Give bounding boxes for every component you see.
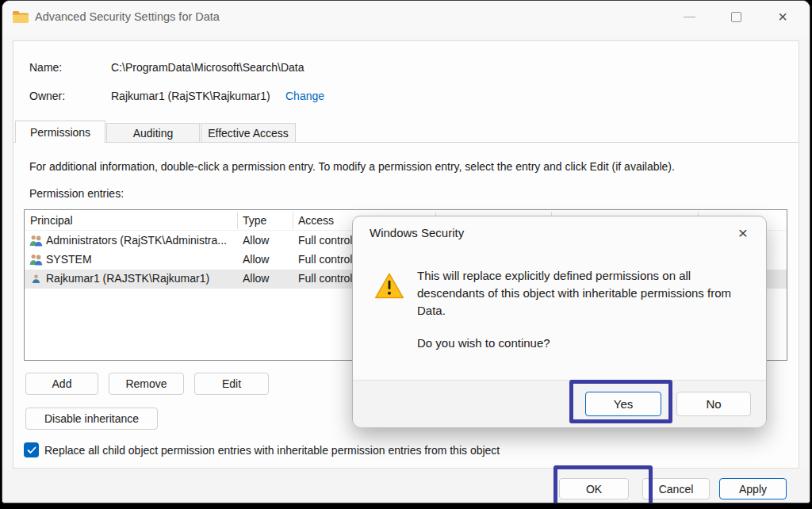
maximize-button[interactable]	[718, 1, 754, 33]
check-icon	[27, 446, 36, 454]
edit-button[interactable]: Edit	[194, 373, 269, 395]
dialog-message: This will replace explicitly defined per…	[417, 267, 742, 320]
access-cell: Full control	[298, 253, 352, 266]
tab-auditing[interactable]: Auditing	[106, 123, 200, 143]
windows-security-dialog: Windows Security × This will replace exp…	[352, 216, 767, 427]
dialog-close-button[interactable]: ×	[731, 221, 755, 245]
type-cell: Allow	[243, 272, 269, 285]
advanced-security-settings-window: Advanced Security Settings for Data × Na…	[2, 0, 810, 503]
users-icon	[29, 235, 43, 247]
owner-label: Owner:	[29, 90, 65, 102]
folder-icon	[12, 10, 29, 24]
window-title: Advanced Security Settings for Data	[35, 10, 220, 23]
cancel-button[interactable]: Cancel	[642, 478, 710, 499]
apply-button[interactable]: Apply	[719, 478, 787, 499]
disable-inheritance-button[interactable]: Disable inheritance	[25, 408, 158, 430]
name-value: C:\ProgramData\Microsoft\Search\Data	[111, 61, 304, 74]
maximize-icon	[731, 12, 741, 22]
close-icon: ×	[738, 224, 748, 243]
permission-entries-label: Permission entries:	[29, 187, 124, 200]
dialog-title: Windows Security	[370, 226, 464, 239]
column-header-access[interactable]: Access	[298, 214, 334, 227]
column-header-principal[interactable]: Principal	[30, 214, 73, 227]
warning-triangle-icon	[374, 272, 404, 300]
remove-button[interactable]: Remove	[109, 373, 184, 395]
column-separator	[293, 212, 293, 229]
access-cell: Full control	[298, 234, 352, 247]
name-label: Name:	[29, 61, 62, 74]
access-cell: Full control	[298, 272, 352, 285]
titlebar: Advanced Security Settings for Data ×	[2, 1, 810, 36]
close-icon: ×	[778, 9, 787, 25]
replace-permissions-checkbox[interactable]	[24, 442, 39, 457]
column-header-type[interactable]: Type	[243, 214, 266, 227]
principal-cell: Administrators (RajSTK\Administra...	[46, 234, 236, 247]
dialog-question: Do you wish to continue?	[417, 336, 550, 350]
principal-cell: Rajkumar1 (RAJSTK\Rajkumar1)	[46, 272, 209, 285]
change-owner-link[interactable]: Change	[285, 90, 324, 102]
type-cell: Allow	[243, 253, 269, 266]
close-button[interactable]: ×	[764, 1, 801, 33]
dialog-footer: Yes No	[353, 380, 766, 427]
type-cell: Allow	[243, 234, 269, 247]
minimize-icon	[684, 17, 695, 17]
footer: OK Cancel Apply	[2, 469, 810, 503]
tab-effective-access[interactable]: Effective Access	[201, 123, 296, 143]
user-icon	[31, 273, 41, 285]
minimize-button[interactable]	[671, 1, 707, 33]
no-button[interactable]: No	[676, 392, 751, 416]
principal-cell: SYSTEM	[46, 253, 92, 266]
tab-permissions[interactable]: Permissions	[15, 121, 105, 143]
users-icon	[29, 254, 43, 266]
column-separator	[237, 212, 238, 229]
instruction-text: For additional information, double-click…	[29, 160, 783, 173]
screen: Advanced Security Settings for Data × Na…	[0, 0, 812, 509]
ok-button[interactable]: OK	[559, 478, 629, 499]
yes-button[interactable]: Yes	[585, 392, 661, 416]
replace-permissions-label: Replace all child object permission entr…	[44, 444, 500, 457]
owner-value: Rajkumar1 (RajSTK\Rajkumar1)	[111, 90, 270, 102]
add-button[interactable]: Add	[25, 373, 98, 395]
